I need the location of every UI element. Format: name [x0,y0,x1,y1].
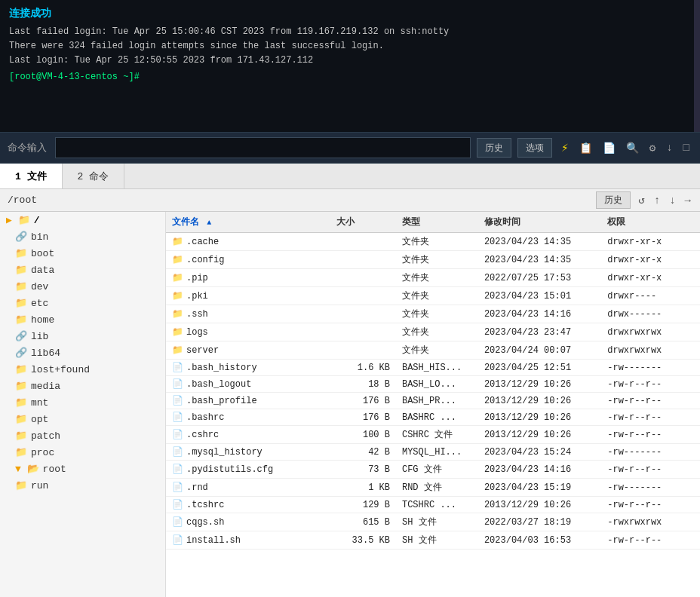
lost+found-icon: 📁 [15,363,27,375]
tree-item-lib64[interactable]: 🔗lib64 [0,344,165,361]
terminal-scrollbar[interactable] [694,0,700,132]
terminal-line-3: Last login: Tue Apr 25 12:50:55 2023 fro… [9,54,691,68]
download-icon[interactable]: ↓ [663,140,675,155]
tree-item-media[interactable]: 📁media [0,378,165,394]
path-history-button[interactable]: 历史 [596,191,631,209]
file-size: 73 B [330,461,396,479]
up-icon[interactable]: ↑ [652,193,662,208]
file-type: RND 文件 [396,479,478,497]
table-row[interactable]: 📁.ssh 文件夹 2023/04/23 14:16 drwx------ [166,305,700,323]
terminal-prompt: [root@VM-4-13-centos ~]# [9,70,691,84]
table-row[interactable]: 📄.bash_profile 176 B BASH_PR... 2013/12/… [166,393,700,409]
table-row[interactable]: 📁server 文件夹 2023/04/24 00:07 drwxrwxrwx [166,341,700,360]
dev-icon: 📁 [15,280,27,292]
table-row[interactable]: 📄cqgs.sh 615 B SH 文件 2022/03/27 18:19 -r… [166,513,700,531]
table-row[interactable]: 📄install.sh 33.5 KB SH 文件 2023/04/03 16:… [166,531,700,550]
file-type: 文件夹 [396,323,478,341]
tree-item-patch[interactable]: 📁patch [0,427,165,444]
settings-icon[interactable]: ⚙ [646,140,659,156]
tree-item-opt[interactable]: 📁opt [0,411,165,427]
table-row[interactable]: 📁.config 文件夹 2023/04/23 14:35 drwxr-xr-x [166,251,700,269]
col-header-size[interactable]: 大小 [330,212,396,233]
file-name: 📄.tcshrc [166,497,330,513]
cmd-toolbar: ⚡ 📋 📄 🔍 ⚙ ↓ □ [558,139,692,157]
col-header-mtime[interactable]: 修改时间 [478,212,601,233]
root-folder-icon: ▶ 📁 [6,214,30,226]
file-list[interactable]: 文件名 ▲ 大小 类型 修改时间 权限 [166,212,700,597]
flash-icon[interactable]: ⚡ [558,139,572,157]
tree-item-etc[interactable]: 📁etc [0,295,165,311]
paste-icon[interactable]: 📄 [600,140,619,156]
file-perm: drwxrwxrwx [601,341,700,360]
file-mtime: 2023/04/23 14:16 [478,305,601,323]
tab-commands[interactable]: 2 命令 [63,164,125,188]
tree-item-root[interactable]: ▼ 📂root [0,461,165,477]
table-row[interactable]: 📄.bash_history 1.6 KB BASH_HIS... 2023/0… [166,360,700,376]
table-row[interactable]: 📄.mysql_history 42 B MYSQL_HI... 2023/04… [166,444,700,461]
lib64-icon: 🔗 [15,347,27,359]
current-path: /root [8,194,590,206]
file-type: 文件夹 [396,341,478,360]
file-name: 📄install.sh [166,531,330,550]
refresh-icon[interactable]: ↺ [637,192,646,208]
tree-item-proc[interactable]: 📁proc [0,444,165,461]
file-icon: 📄 [172,464,183,475]
tree-item-dev[interactable]: 📁dev [0,278,165,295]
table-row[interactable]: 📁.cache 文件夹 2023/04/23 14:35 drwxr-xr-x [166,233,700,251]
col-header-type[interactable]: 类型 [396,212,478,233]
file-name: 📄cqgs.sh [166,513,330,531]
file-name: 📁server [166,341,330,360]
path-bar: /root 历史 ↺ ↑ ↓ → [0,189,700,212]
table-row[interactable]: 📄.bash_logout 18 B BASH_LO... 2013/12/29… [166,376,700,393]
tree-item-bin[interactable]: 🔗bin [0,228,165,245]
search-icon[interactable]: 🔍 [623,140,642,156]
tree-item-home[interactable]: 📁home [0,311,165,328]
tree-item-data[interactable]: 📁data [0,262,165,278]
file-type: SH 文件 [396,531,478,550]
file-mtime: 2023/04/23 23:47 [478,323,601,341]
tree-item-lost+found[interactable]: 📁lost+found [0,361,165,378]
file-perm: -rw-r--r-- [601,461,700,479]
options-button[interactable]: 选项 [517,138,552,158]
tree-item-mnt[interactable]: 📁mnt [0,394,165,411]
table-row[interactable]: 📄.rnd 1 KB RND 文件 2023/04/23 15:19 -rw--… [166,479,700,497]
tree-item-boot[interactable]: 📁boot [0,245,165,262]
copy-icon[interactable]: 📋 [576,140,595,156]
file-icon: 📁 [172,237,183,247]
file-mtime: 2022/07/25 17:53 [478,269,601,287]
boot-icon: 📁 [15,247,27,259]
file-name: 📄.cshrc [166,426,330,444]
proc-icon: 📁 [15,446,27,458]
maximize-icon[interactable]: □ [680,140,692,155]
table-row[interactable]: 📄.bashrc 176 B BASHRC ... 2013/12/29 10:… [166,409,700,426]
file-manager: /root 历史 ↺ ↑ ↓ → ▶ 📁 / 🔗bin📁boot📁data📁de… [0,189,700,597]
file-icon: 📄 [172,379,183,390]
file-perm: -rw-r--r-- [601,497,700,513]
col-header-name[interactable]: 文件名 ▲ [166,212,330,233]
file-icon: 📄 [172,500,183,510]
forward-icon[interactable]: → [683,193,692,208]
table-row[interactable]: 📁logs 文件夹 2023/04/23 23:47 drwxrwxrwx [166,323,700,341]
table-row[interactable]: 📄.pydistutils.cfg 73 B CFG 文件 2023/04/23… [166,461,700,479]
file-size: 1.6 KB [330,360,396,376]
table-row[interactable]: 📁.pip 文件夹 2022/07/25 17:53 drwxr-xr-x [166,269,700,287]
command-input[interactable] [55,137,471,158]
history-button[interactable]: 历史 [477,138,511,158]
file-table: 文件名 ▲ 大小 类型 修改时间 权限 [166,212,700,550]
tree-item-lib[interactable]: 🔗lib [0,328,165,344]
upload-icon[interactable]: ↓ [668,193,677,208]
table-row[interactable]: 📁.pki 文件夹 2023/04/23 15:01 drwxr---- [166,287,700,305]
file-size: 42 B [330,444,396,461]
tree-item-run[interactable]: 📁run [0,477,165,494]
file-name: 📄.bash_profile [166,393,330,409]
file-type: SH 文件 [396,513,478,531]
table-row[interactable]: 📄.tcshrc 129 B TCSHRC ... 2013/12/29 10:… [166,497,700,513]
tab-files[interactable]: 1 文件 [0,164,63,188]
col-header-perm[interactable]: 权限 [601,212,700,233]
file-size: 176 B [330,393,396,409]
file-perm: -rwxrwxrwx [601,513,700,531]
table-row[interactable]: 📄.cshrc 100 B CSHRC 文件 2013/12/29 10:26 … [166,426,700,444]
file-type: 文件夹 [396,251,478,269]
file-type: 文件夹 [396,233,478,251]
tree-root[interactable]: ▶ 📁 / [0,212,165,228]
